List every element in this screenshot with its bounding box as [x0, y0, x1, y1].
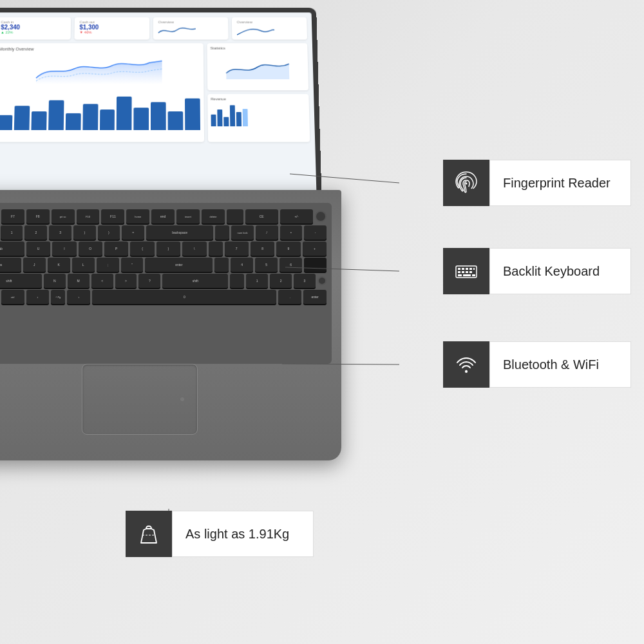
- wifi-label: Bluetooth & WiFi: [489, 341, 631, 388]
- key-row-fn: esc F7 F8 prt sc F10 F11 home end insert…: [0, 209, 327, 223]
- screen-dashboard: Cash in $2,340 ▲ 22% Cash out $1,300 ▼ 4…: [0, 12, 317, 206]
- wifi-icon-box: [443, 341, 489, 388]
- weight-icon: [136, 521, 162, 547]
- fingerprint-icon: [453, 170, 479, 196]
- svg-point-5: [466, 183, 468, 185]
- key-row-6: alt ctrl ‹ ^ Pg › 0 . enter: [0, 290, 327, 304]
- svg-rect-16: [458, 274, 462, 276]
- weight-icon-box: [126, 511, 172, 557]
- laptop-image: Cash in $2,340 ▲ 22% Cash out $1,300 ▼ 4…: [0, 0, 361, 580]
- fingerprint-icon-box: [443, 160, 489, 206]
- dashboard-card-2: Cash out $1,300 ▼ 46%: [74, 17, 149, 40]
- touchpad[interactable]: [82, 364, 198, 435]
- svg-rect-10: [469, 268, 472, 270]
- laptop-screen: Cash in $2,340 ▲ 22% Cash out $1,300 ▼ 4…: [0, 8, 322, 206]
- key-row-5: shift N M < > ? shift 1 2 3: [0, 274, 327, 288]
- weight-callout: As light as 1.91Kg: [126, 511, 314, 557]
- chart-area: Monthly Overview: [0, 43, 310, 142]
- right-dot-button[interactable]: [317, 276, 327, 285]
- keyboard-icon: [453, 258, 479, 284]
- keyboard-area: esc F7 F8 prt sc F10 F11 home end insert…: [0, 203, 332, 364]
- key-row-3: tab U I O P { } \ 7 8 9 +: [0, 242, 327, 256]
- dashboard-cards: Cash in $2,340 ▲ 22% Cash out $1,300 ▼ 4…: [0, 17, 307, 40]
- keyboard-icon-box: [443, 248, 489, 294]
- svg-rect-8: [462, 268, 464, 270]
- dashboard-card-1: Cash in $2,340 ▲ 22%: [0, 17, 71, 40]
- keyboard-callout: Backlit Keyboard: [443, 248, 631, 294]
- svg-rect-11: [473, 268, 475, 270]
- power-button[interactable]: [315, 211, 327, 222]
- side-charts: Statistics Revenue: [207, 43, 310, 142]
- touchpad-dot: [180, 397, 184, 401]
- svg-point-19: [465, 370, 468, 373]
- bar-chart: Monthly Overview: [0, 43, 204, 142]
- weight-label: As light as 1.91Kg: [172, 511, 314, 557]
- key-row-2: ` 1 2 3 ) ) = backspace num lock / • -: [0, 225, 327, 240]
- wifi-icon: [453, 352, 479, 377]
- laptop-body: esc F7 F8 prt sc F10 F11 home end insert…: [0, 190, 341, 460]
- svg-rect-15: [469, 271, 472, 273]
- fingerprint-label: Fingerprint Reader: [489, 160, 631, 206]
- svg-rect-17: [463, 274, 471, 276]
- wifi-callout: Bluetooth & WiFi: [443, 341, 631, 388]
- svg-rect-12: [458, 271, 460, 273]
- svg-rect-14: [466, 271, 468, 273]
- keyboard-label: Backlit Keyboard: [489, 248, 631, 294]
- svg-rect-9: [466, 268, 468, 270]
- key-row-4: caps J K L ; " enter 4 5 6: [0, 258, 327, 272]
- svg-rect-13: [462, 271, 464, 273]
- dashboard-card-4: Overview: [232, 17, 307, 40]
- svg-rect-7: [458, 268, 460, 270]
- dashboard-card-3: Overview: [153, 17, 229, 40]
- svg-rect-18: [472, 274, 475, 276]
- fingerprint-callout: Fingerprint Reader: [443, 160, 631, 206]
